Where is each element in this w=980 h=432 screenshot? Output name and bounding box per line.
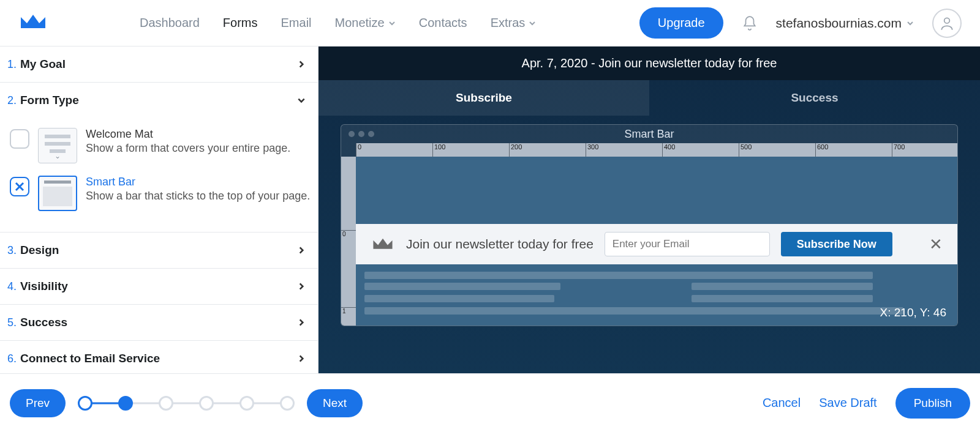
cancel-button[interactable]: Cancel [763, 396, 801, 410]
step-form-type[interactable]: 2. Form Type [0, 83, 318, 118]
stepper-dot[interactable] [280, 396, 295, 411]
ruler-tick: 400 [662, 143, 675, 157]
nav-extras[interactable]: Extras [491, 16, 537, 30]
person-icon [939, 15, 955, 31]
save-draft-button[interactable]: Save Draft [819, 396, 876, 410]
canvas-title: Smart Bar [341, 128, 957, 141]
stepper-dot[interactable] [199, 396, 214, 411]
chevron-down-icon [388, 20, 396, 27]
nav-extras-label: Extras [491, 16, 526, 30]
option-desc: Show a form that covers your entire page… [86, 141, 290, 155]
option-thumbnail [38, 176, 77, 211]
option-smart-bar[interactable]: Smart Bar Show a bar that sticks to the … [10, 172, 311, 220]
step-design[interactable]: 3. Design [0, 233, 318, 269]
step-visibility[interactable]: 4. Visibility [0, 269, 318, 305]
stepper-dot[interactable] [159, 396, 173, 411]
email-input[interactable] [605, 232, 770, 256]
publish-button[interactable]: Publish [895, 388, 970, 419]
option-thumbnail: ⌄ [38, 128, 77, 163]
preview-pane: Apr. 7, 2020 - Join our newsletter today… [318, 47, 980, 373]
chevron-right-icon [297, 282, 306, 291]
option-checkbox[interactable] [10, 129, 29, 149]
stepper-dot[interactable] [239, 396, 254, 411]
step-success[interactable]: 5. Success [0, 305, 318, 341]
nav-email[interactable]: Email [281, 16, 312, 30]
preview-tabs: Subscribe Success [318, 80, 980, 116]
main: 1. My Goal 2. Form Type ⌄ Welcome Mat Sh… [0, 47, 980, 373]
logo[interactable] [18, 11, 48, 35]
nav-contacts[interactable]: Contacts [419, 16, 467, 30]
step-label: Connect to Email Service [20, 352, 160, 365]
ruler-vtick: 0 [341, 230, 356, 237]
crown-icon [371, 236, 395, 253]
ruler-tick: 700 [892, 143, 905, 157]
ruler-tick: 200 [509, 143, 522, 157]
coords-readout: X: 210, Y: 46 [880, 306, 946, 319]
preview-header: Apr. 7, 2020 - Join our newsletter today… [318, 47, 980, 80]
tab-success[interactable]: Success [649, 80, 980, 116]
option-title: Smart Bar [86, 176, 310, 188]
smart-bar-preview: Join our newsletter today for free Subsc… [356, 224, 957, 264]
ruler-vtick: 1 [341, 307, 356, 315]
preview-canvas: Smart Bar 0 100 200 300 400 500 600 700 … [341, 124, 958, 326]
stepper-dot[interactable] [78, 396, 92, 411]
chevron-right-icon [297, 246, 306, 255]
nav-forms[interactable]: Forms [223, 16, 258, 30]
stepper [78, 396, 295, 411]
nav-monetize[interactable]: Monetize [335, 16, 396, 30]
chevron-down-icon [297, 96, 306, 105]
top-nav: Dashboard Forms Email Monetize Contacts … [0, 0, 980, 47]
user-domain: stefanosbournias.com [776, 16, 902, 31]
ruler-tick: 100 [432, 143, 445, 157]
ruler-tick: 500 [739, 143, 752, 157]
bottom-right: Cancel Save Draft Publish [763, 388, 970, 419]
upgrade-button[interactable]: Upgrade [639, 7, 723, 39]
step-label: My Goal [20, 58, 66, 71]
bell-icon[interactable] [742, 15, 758, 31]
close-icon[interactable]: ✕ [929, 235, 943, 254]
svg-point-0 [944, 18, 950, 23]
chevron-right-icon [297, 318, 306, 327]
nav-links: Dashboard Forms Email Monetize Contacts … [140, 16, 536, 30]
subscribe-button[interactable]: Subscribe Now [781, 232, 892, 256]
nav-dashboard[interactable]: Dashboard [140, 16, 200, 30]
step-label: Form Type [20, 94, 79, 107]
option-text: Welcome Mat Show a form that covers your… [86, 128, 290, 155]
next-button[interactable]: Next [307, 389, 363, 417]
chevron-down-icon [529, 20, 536, 27]
step-label: Visibility [20, 280, 68, 293]
avatar[interactable] [932, 9, 962, 38]
user-menu[interactable]: stefanosbournias.com [776, 16, 914, 31]
nav-right: Upgrade stefanosbournias.com [639, 7, 962, 39]
ruler-vertical: 0 1 [341, 157, 356, 326]
step-connect-email[interactable]: 6. Connect to Email Service [0, 341, 318, 373]
step-my-goal[interactable]: 1. My Goal [0, 47, 318, 83]
option-welcome-mat[interactable]: ⌄ Welcome Mat Show a form that covers yo… [10, 124, 311, 172]
stepper-dot[interactable] [118, 396, 133, 411]
ruler-tick: 0 [356, 143, 361, 157]
chevron-right-icon [297, 354, 306, 363]
option-desc: Show a bar that sticks to the top of you… [86, 188, 310, 203]
step-num: 5. [7, 316, 17, 329]
step-num: 6. [7, 352, 17, 365]
step-label: Design [20, 244, 59, 257]
ruler-horizontal: 0 100 200 300 400 500 600 700 [356, 143, 957, 157]
tab-subscribe[interactable]: Subscribe [318, 80, 649, 116]
sidebar: 1. My Goal 2. Form Type ⌄ Welcome Mat Sh… [0, 47, 318, 373]
step-num: 4. [7, 280, 17, 293]
chevron-right-icon [297, 60, 306, 69]
option-checkbox[interactable] [10, 177, 29, 196]
option-text: Smart Bar Show a bar that sticks to the … [86, 176, 310, 203]
step-label: Success [20, 316, 67, 329]
form-type-options: ⌄ Welcome Mat Show a form that covers yo… [0, 118, 318, 233]
step-num: 1. [7, 58, 17, 71]
prev-button[interactable]: Prev [10, 389, 66, 417]
bottom-bar: Prev Next Cancel Save Draft Publish [0, 373, 980, 432]
ruler-tick: 600 [815, 143, 828, 157]
ruler-tick: 300 [586, 143, 598, 157]
step-num: 3. [7, 244, 17, 257]
canvas-titlebar: Smart Bar [341, 125, 957, 143]
bar-message: Join our newsletter today for free [406, 237, 594, 251]
x-icon [14, 181, 25, 192]
option-title: Welcome Mat [86, 128, 290, 141]
